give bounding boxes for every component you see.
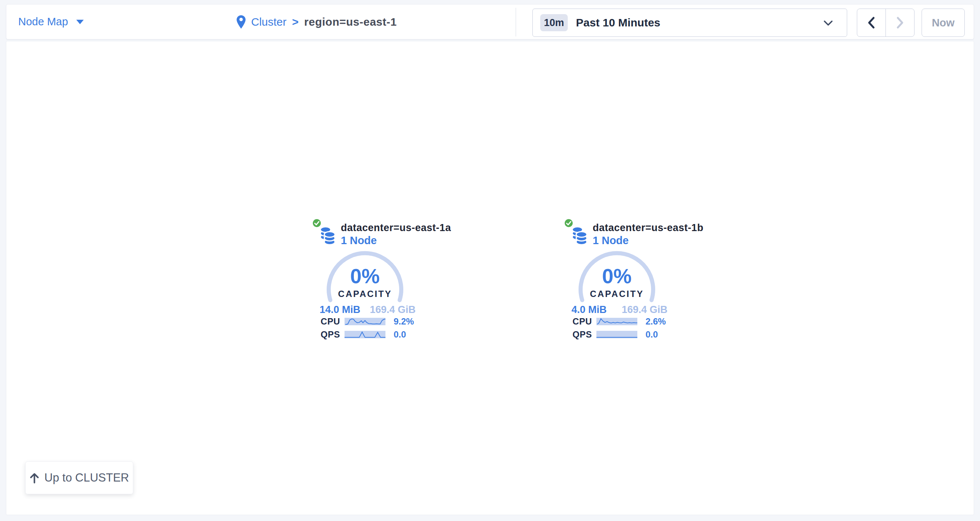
qps-metric-row: QPS 0.0 — [312, 330, 420, 339]
qps-sparkline-chart — [345, 331, 385, 338]
capacity-total: 169.4 GiB — [370, 304, 415, 315]
database-stack-icon — [318, 226, 336, 245]
time-range-label: Past 10 Minutes — [576, 16, 660, 29]
breadcrumb-separator: > — [292, 16, 299, 28]
view-selector-label: Node Map — [18, 16, 68, 28]
time-nav-group — [857, 8, 915, 37]
header-divider — [515, 8, 516, 37]
qps-sparkline-chart — [597, 331, 637, 338]
qps-value: 0.0 — [646, 329, 658, 340]
datacenter-card-us-east-1a[interactable]: datacenter=us-east-1a 1 Node 0% CAPACITY… — [312, 218, 420, 345]
breadcrumb: Cluster > region=us-east-1 — [237, 5, 397, 39]
datacenter-node-count: 1 Node — [341, 234, 377, 247]
header-bar: Node Map Cluster > region=us-east-1 10m … — [6, 4, 974, 40]
cpu-metric-row: CPU 9.2% — [312, 317, 420, 326]
time-range-badge: 10m — [540, 14, 568, 31]
node-map-canvas: datacenter=us-east-1a 1 Node 0% CAPACITY… — [6, 41, 974, 515]
now-button-label: Now — [932, 17, 955, 29]
cpu-value: 9.2% — [394, 316, 414, 327]
time-prev-button[interactable] — [857, 9, 886, 37]
datacenter-node-count: 1 Node — [593, 234, 629, 247]
cpu-sparkline-chart — [597, 318, 637, 325]
datacenter-name: datacenter=us-east-1a — [341, 222, 451, 234]
chevron-down-icon — [76, 20, 84, 24]
chevron-left-icon — [867, 16, 876, 29]
chevron-right-icon — [895, 16, 905, 29]
cpu-metric-row: CPU 2.6% — [564, 317, 672, 326]
qps-label: QPS — [312, 329, 340, 340]
up-to-cluster-label: Up to CLUSTER — [44, 471, 129, 484]
capacity-values-row: 4.0 MiB 169.4 GiB — [571, 304, 667, 315]
datacenter-card-us-east-1b[interactable]: datacenter=us-east-1b 1 Node 0% CAPACITY… — [564, 218, 672, 345]
database-stack-icon — [570, 226, 588, 245]
cpu-label: CPU — [312, 316, 340, 327]
arrow-up-icon — [29, 472, 40, 483]
breadcrumb-current: region=us-east-1 — [304, 16, 397, 28]
qps-value: 0.0 — [394, 329, 406, 340]
capacity-caption: CAPACITY — [575, 289, 659, 299]
location-pin-icon — [237, 14, 245, 29]
capacity-percent: 0% — [575, 266, 659, 287]
time-next-button-disabled[interactable] — [886, 9, 914, 37]
cpu-label: CPU — [564, 316, 592, 327]
time-range-dropdown[interactable]: 10m Past 10 Minutes — [532, 8, 847, 37]
capacity-used: 14.0 MiB — [320, 304, 361, 315]
capacity-total: 169.4 GiB — [622, 304, 667, 315]
datacenter-name: datacenter=us-east-1b — [593, 222, 703, 234]
chevron-down-icon — [822, 19, 834, 27]
now-button-disabled[interactable]: Now — [921, 8, 965, 37]
view-selector-dropdown[interactable]: Node Map — [18, 5, 84, 39]
qps-metric-row: QPS 0.0 — [564, 330, 672, 339]
capacity-used: 4.0 MiB — [571, 304, 607, 315]
capacity-caption: CAPACITY — [323, 289, 407, 299]
cpu-value: 2.6% — [646, 316, 666, 327]
breadcrumb-cluster-link[interactable]: Cluster — [251, 16, 286, 28]
capacity-values-row: 14.0 MiB 169.4 GiB — [320, 304, 415, 315]
up-to-cluster-button[interactable]: Up to CLUSTER — [25, 462, 133, 494]
cpu-sparkline-chart — [345, 318, 385, 325]
capacity-percent: 0% — [323, 266, 407, 287]
qps-label: QPS — [564, 329, 592, 340]
